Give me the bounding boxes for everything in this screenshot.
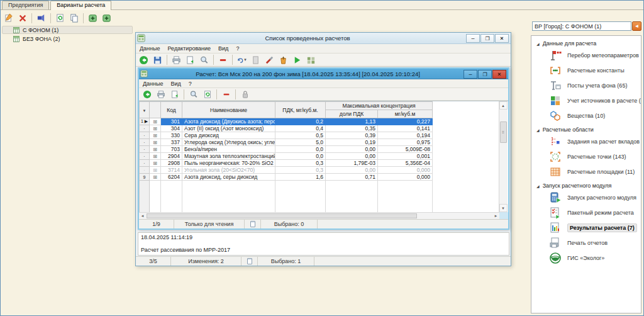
- horizontal-scrollbar[interactable]: ◄ ►: [139, 212, 499, 219]
- pdk-column-header[interactable]: ПДК, мг/куб.м.: [275, 102, 326, 118]
- group-run-module[interactable]: Запуск расчетного модуля: [536, 183, 640, 189]
- expand-toggle[interactable]: ⊞: [150, 139, 161, 146]
- substance-row[interactable]: 1 ▶ ⊞ 301 Азота диоксид (Двуокись азота;…: [140, 118, 499, 125]
- lock-button[interactable]: [239, 88, 251, 100]
- tab-calc-variants[interactable]: Варианты расчета: [50, 1, 111, 10]
- substance-row[interactable]: · ⊞ 703 Бенз/а/пирен 0,0 0,00 5,009E-08: [140, 146, 499, 153]
- tree-item-label: БЕЗ ФОНА (2): [23, 36, 60, 42]
- delete-record-button[interactable]: [220, 88, 232, 100]
- panel-item-sources[interactable]: Учет источников в расчете (675): [531, 93, 641, 108]
- document-button[interactable]: [250, 54, 262, 66]
- panel-item-meteo[interactable]: Перебор метеопараметров: [531, 48, 641, 63]
- print-preview-button[interactable]: [169, 88, 180, 100]
- back-button[interactable]: [141, 88, 153, 100]
- delete-record-button[interactable]: [217, 54, 229, 66]
- panel-item-results[interactable]: Результаты расчета (7): [531, 220, 641, 235]
- substance-row[interactable]: · ⊞ 330 Сера диоксид 0,5 0,39 0,194: [140, 132, 499, 139]
- vertical-scrollbar[interactable]: ▲ ≡ ▼: [499, 101, 508, 212]
- undo-button[interactable]: ▼: [236, 54, 248, 66]
- module-button[interactable]: [305, 54, 317, 66]
- tools-button[interactable]: [264, 54, 275, 66]
- scrollbar-thumb[interactable]: [147, 213, 417, 218]
- panel-item-calc-points[interactable]: Расчетные точки (143): [531, 149, 641, 164]
- substance-row[interactable]: · ⊞ 337 Углерода оксид (Углерод окись; у…: [140, 139, 499, 146]
- panel-item-print-reports[interactable]: Печать отчетов: [531, 235, 641, 251]
- back-button[interactable]: [138, 54, 150, 66]
- group-data-for-calc[interactable]: Данные для расчета: [536, 40, 640, 47]
- substance-row[interactable]: · ⊞ 304 Азот (II) оксид (Азот монооксид)…: [140, 125, 499, 132]
- print-preview-button[interactable]: [184, 54, 196, 66]
- close-button[interactable]: [495, 34, 509, 43]
- menu-data[interactable]: Данные: [140, 45, 160, 52]
- scroll-right-icon[interactable]: ►: [492, 213, 499, 219]
- panel-item-calc-areas[interactable]: Расчетные площадки (11): [531, 164, 641, 179]
- expand-toggle[interactable]: ⊞: [150, 153, 161, 160]
- panel-item-batch-mode[interactable]: Пакетный режим расчета: [531, 205, 641, 220]
- expand-toggle[interactable]: ⊞: [150, 160, 161, 167]
- scroll-up-icon[interactable]: ▲: [499, 101, 508, 110]
- menu-view[interactable]: Вид: [218, 45, 228, 52]
- export-button[interactable]: [277, 54, 289, 66]
- scrollbar-thumb[interactable]: ≡: [500, 121, 507, 143]
- add-box-button-1[interactable]: [87, 12, 99, 24]
- delete-variant-button[interactable]: [16, 12, 28, 24]
- add-box-button-2[interactable]: [101, 12, 113, 24]
- menu-help[interactable]: ?: [236, 45, 239, 52]
- panel-item-contribution-tasks[interactable]: Задания на расчет вкладов (1): [531, 134, 641, 149]
- name-column-header[interactable]: Наименование: [182, 102, 275, 118]
- minimize-button[interactable]: [466, 34, 480, 43]
- substance-row[interactable]: 9 ⊞ 6204 Азота диоксид, серы диоксид 1,6…: [140, 174, 499, 181]
- expand-toggle[interactable]: ⊞: [150, 118, 161, 125]
- save-button[interactable]: [152, 54, 164, 66]
- close-button[interactable]: [492, 70, 506, 79]
- maximize-button[interactable]: [480, 34, 494, 43]
- tree-item-with-background[interactable]: С ФОНОМ (1): [2, 26, 133, 34]
- variant-selector-input[interactable]: [532, 21, 631, 31]
- refresh-button[interactable]: [201, 88, 213, 100]
- scroll-down-icon[interactable]: ▼: [499, 204, 508, 212]
- panel-item-run-module[interactable]: Запуск расчетного модуля: [531, 190, 641, 205]
- code-column-header[interactable]: Код: [161, 102, 182, 118]
- expand-toggle[interactable]: ⊞: [150, 174, 161, 181]
- new-variant-button[interactable]: [3, 12, 14, 24]
- calc-detail-titlebar[interactable]: Расчет: Вся Мск 200 на 200 фон зима [18.…: [139, 69, 508, 79]
- group-label: Расчетные области: [543, 127, 594, 133]
- substance-row[interactable]: · ⊞ 2904 Мазутная зола теплоэлектростанц…: [140, 153, 499, 160]
- announce-button[interactable]: [35, 12, 47, 24]
- group-calc-areas[interactable]: Расчетные области: [536, 127, 640, 133]
- expand-toggle[interactable]: ⊞: [150, 125, 161, 132]
- minimize-button[interactable]: [464, 70, 477, 79]
- print-button[interactable]: [170, 54, 182, 66]
- concentration-column-header[interactable]: мг/куб.м: [378, 110, 433, 118]
- panel-item-gis-ecolog[interactable]: ГИС «Эколог»: [531, 251, 641, 266]
- substance-row[interactable]: · ⊞ 3714 Угольная зола (20<SiO2<70) 0,3 …: [140, 167, 499, 174]
- calc-list-titlebar[interactable]: Список проведенных расчетов: [136, 33, 511, 44]
- expand-toggle[interactable]: ⊞: [150, 132, 161, 139]
- expand-toggle[interactable]: ⊞: [150, 146, 161, 153]
- filter-header[interactable]: ▼: [140, 102, 150, 118]
- menu-view[interactable]: Вид: [171, 81, 181, 87]
- tab-enterprises[interactable]: Предприятия: [2, 1, 49, 9]
- run-button[interactable]: [291, 54, 303, 66]
- menu-data[interactable]: Данные: [143, 81, 164, 87]
- copy-button[interactable]: [68, 12, 80, 24]
- print-button[interactable]: [155, 88, 167, 100]
- panel-item-background-posts[interactable]: Посты учета фона (65): [531, 78, 641, 93]
- pdk-share-column-header[interactable]: доли ПДК: [326, 110, 378, 118]
- expand-toggle[interactable]: ⊞: [150, 167, 161, 174]
- panel-item-constants[interactable]: Расчетные константы: [531, 63, 641, 78]
- row-filler: [433, 125, 499, 132]
- variant-selector-button[interactable]: ◄: [632, 21, 641, 31]
- scroll-left-icon[interactable]: ◄: [139, 213, 146, 219]
- substance-row[interactable]: · ⊞ 2908 Пыль неорганическая: 70-20% SiO…: [140, 160, 499, 167]
- search-button[interactable]: [187, 88, 199, 100]
- tree-item-without-background[interactable]: БЕЗ ФОНА (2): [2, 35, 133, 43]
- menu-help[interactable]: ?: [189, 81, 192, 87]
- max-concentration-header[interactable]: Максимальная концентрация: [326, 102, 433, 110]
- menu-edit[interactable]: Редактирование: [168, 45, 211, 52]
- refresh-button[interactable]: [54, 12, 66, 24]
- expand-header[interactable]: [150, 102, 161, 118]
- panel-item-substances[interactable]: Вещества (10): [531, 108, 641, 123]
- maximize-button[interactable]: [478, 70, 492, 79]
- search-button[interactable]: [198, 54, 210, 66]
